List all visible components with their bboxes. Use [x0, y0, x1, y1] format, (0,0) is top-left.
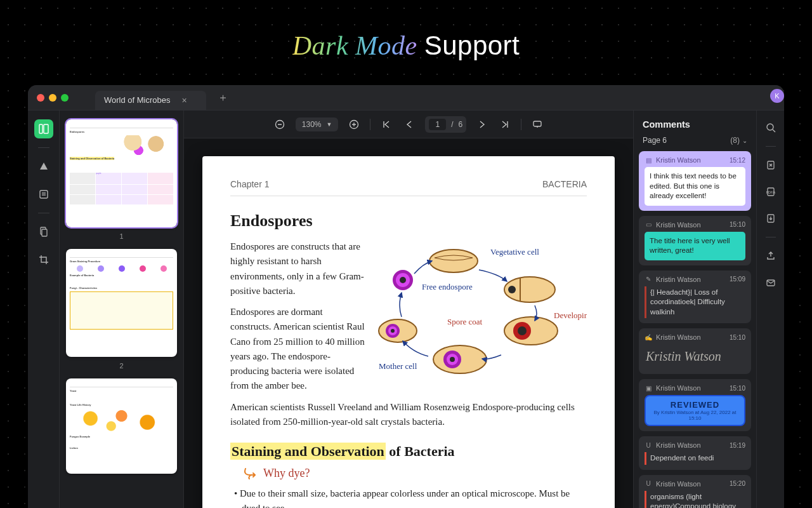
comment-item[interactable]: U Kristin Watson 15:20 organisms (light … [639, 475, 751, 508]
comment-time: 15:19 [730, 442, 745, 449]
edit-tool-button[interactable] [34, 185, 53, 204]
comment-item[interactable]: ▣ Kristin Watson 15:10 REVIEWED By Krist… [639, 379, 751, 431]
prev-page-button[interactable] [402, 117, 416, 131]
page-thumbnail-1[interactable]: Endospores Staining and Observation of B… [66, 119, 177, 227]
topic-label: BACTERIA [542, 179, 587, 189]
pages-tool-button[interactable] [34, 222, 53, 241]
comment-body: I think this text needs to be edited. Bu… [645, 167, 745, 206]
comments-page-label: Page 6 [643, 136, 667, 145]
svg-point-25 [400, 277, 406, 283]
comment-time: 15:12 [730, 157, 745, 164]
presentation-button[interactable] [530, 117, 544, 131]
left-tool-rail [28, 110, 60, 508]
stamp-icon: ▣ [645, 384, 652, 392]
last-page-button[interactable] [498, 117, 512, 131]
maximize-window-button[interactable] [61, 94, 69, 102]
thumbnails-panel-button[interactable] [34, 119, 53, 138]
comment-author: Kristin Watson [656, 480, 701, 488]
mail-button[interactable] [763, 274, 779, 291]
comment-item[interactable]: ▭ Kristin Watson 15:10 The title here is… [639, 216, 751, 265]
zoom-level-select[interactable]: 130% ▼ [296, 117, 339, 131]
comment-item[interactable]: ✎ Kristin Watson 15:09 {| Headacht}| Los… [639, 271, 751, 324]
svg-point-22 [391, 329, 395, 333]
svg-text:PDF/A: PDF/A [766, 190, 775, 194]
comment-time: 15:10 [730, 221, 745, 228]
stamp-sub: By Kristin Watson at Aug 22, 2022 at 15:… [648, 410, 742, 421]
convert-button[interactable] [763, 157, 779, 173]
crop-tool-button[interactable] [34, 250, 53, 269]
minimize-window-button[interactable] [49, 94, 56, 102]
rail-separator [38, 213, 49, 213]
endospore-diagram: .hand{font-family:"Segoe Script","Brush … [371, 242, 587, 388]
comments-title: Comments [634, 110, 756, 136]
svg-point-18 [450, 357, 455, 362]
comments-panel: Comments Page 6 (8) ⌄ ▤ Kristin Watson 1… [633, 110, 756, 508]
thumbnail-panel: Endospores Staining and Observation of B… [60, 110, 184, 508]
export-button[interactable] [763, 210, 779, 227]
app-window: World of Microbes × ＋ [28, 85, 784, 508]
comment-item[interactable]: ✍ Kristin Watson 15:10 Kristin Watson [639, 328, 751, 374]
diagram-label: Mother cell [379, 361, 417, 371]
underline-icon: U [645, 441, 652, 449]
svg-rect-0 [39, 124, 43, 133]
annotate-tool-button[interactable] [34, 157, 53, 176]
comments-list[interactable]: ▤ Kristin Watson 15:12 I think this text… [634, 151, 756, 508]
page-thumbnail-3[interactable]: Yeast Yeast Life History Fungus Example … [66, 378, 177, 474]
close-window-button[interactable] [37, 94, 44, 102]
promo-headline: Dark Mode Support [0, 30, 812, 61]
rail-separator [766, 146, 776, 147]
para-3: American scientists Russell Vreeland and… [230, 400, 587, 430]
total-pages: 6 [458, 120, 462, 129]
comment-body: Kristin Watson [645, 344, 745, 369]
underline-icon: U [645, 480, 652, 488]
user-avatar[interactable]: K [770, 89, 784, 103]
svg-rect-4 [42, 229, 47, 236]
zoom-out-button[interactable] [273, 117, 287, 131]
toolbar-separator [370, 119, 370, 130]
comment-body: Dependent on feedi [645, 452, 745, 465]
comment-body: {| Headacht}| Loss of coordinatioek| Dif… [645, 286, 745, 319]
pdfa-button[interactable]: PDF/A [763, 184, 779, 200]
chapter-label: Chapter 1 [230, 179, 269, 189]
comments-count: (8) [730, 136, 740, 145]
new-tab-button[interactable]: ＋ [211, 90, 235, 105]
diagram-label: Vegetative cell [490, 247, 539, 257]
diagram-label: Spore coat [447, 317, 483, 326]
toolbar-separator [521, 119, 521, 130]
headline-support: Support [424, 30, 520, 60]
svg-rect-2 [40, 190, 48, 198]
signature-icon: ✍ [645, 333, 652, 341]
document-page: Chapter 1 BACTERIA Endospores .hand{font… [202, 156, 615, 508]
search-button[interactable] [763, 119, 779, 136]
document-toolbar: 130% ▼ 1 / 6 [184, 110, 633, 138]
share-button[interactable] [763, 248, 779, 264]
thumbnail-number: 2 [66, 362, 177, 370]
comment-item[interactable]: ▤ Kristin Watson 15:12 I think this text… [639, 151, 751, 211]
annotation-text: Why dye? [263, 467, 310, 480]
zoom-in-button[interactable] [347, 117, 361, 131]
headline-darkmode: Dark Mode [292, 31, 417, 60]
stamp-text: REVIEWED [648, 400, 742, 410]
zoom-value: 130% [302, 120, 322, 129]
next-page-button[interactable] [475, 117, 489, 131]
first-page-button[interactable] [379, 117, 393, 131]
comment-body: The title here is very well written, gre… [645, 232, 745, 260]
document-tab[interactable]: World of Microbes × [95, 91, 206, 110]
strikeout-icon: ✎ [645, 276, 652, 283]
document-viewport[interactable]: Chapter 1 BACTERIA Endospores .hand{font… [184, 138, 633, 508]
current-page-input[interactable]: 1 [429, 119, 446, 130]
comment-author: Kristin Watson [656, 156, 701, 164]
note-icon: ▤ [645, 156, 652, 164]
chevron-down-icon[interactable]: ⌄ [742, 137, 747, 144]
bullet-1: • Due to their small size, bacteria appe… [230, 486, 587, 508]
comment-author: Kristin Watson [656, 333, 701, 341]
comment-time: 15:20 [730, 480, 745, 487]
comment-item[interactable]: U Kristin Watson 15:19 Dependent on feed… [639, 436, 751, 470]
page-thumbnail-2[interactable]: Gram Staining Procedure Example of Bacte… [66, 249, 177, 357]
svg-point-11 [508, 286, 516, 293]
comment-author: Kristin Watson [656, 221, 701, 229]
review-stamp: REVIEWED By Kristin Watson at Aug 22, 20… [645, 395, 745, 426]
comment-author: Kristin Watson [656, 441, 701, 449]
close-tab-button[interactable]: × [182, 95, 187, 105]
diagram-label: Free endospore [422, 282, 473, 291]
